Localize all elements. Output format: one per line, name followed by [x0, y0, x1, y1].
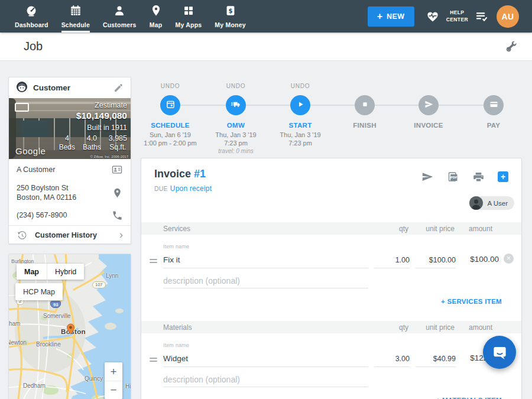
- materials-header-bar: Materials qty unit price amount: [141, 321, 521, 333]
- svg-text:$: $: [228, 8, 232, 14]
- map-zoom-control: + −: [105, 362, 122, 399]
- property-photo[interactable]: Zestimate $10,149,080 Built in 1911 4Bed…: [9, 98, 131, 159]
- due-terms-link[interactable]: Upon receipt: [170, 184, 212, 193]
- travel-time: travel: 0 mins: [197, 148, 275, 154]
- nav-label: Dashboard: [15, 21, 48, 28]
- invoice-toolbar: PDF +: [421, 170, 508, 183]
- zoom-out-button[interactable]: −: [105, 381, 122, 399]
- service-name-input[interactable]: [163, 251, 368, 268]
- app-screen: Dashboard Schedule Customers Map My Apps…: [0, 0, 532, 399]
- dashboard-icon: [25, 4, 38, 20]
- printer-icon[interactable]: [472, 171, 485, 183]
- new-button[interactable]: + NEW: [368, 7, 414, 27]
- send-icon: [424, 99, 434, 112]
- phone-icon[interactable]: [112, 210, 123, 221]
- customer-history-link[interactable]: Customer History ›: [9, 225, 131, 245]
- service-qty-input[interactable]: [374, 251, 410, 268]
- stat-sqft: 3,985Sq.ft.: [109, 134, 127, 151]
- map-button[interactable]: Map: [17, 264, 47, 280]
- heart-pulse-icon[interactable]: [426, 9, 440, 24]
- finish-step-button[interactable]: [355, 95, 375, 115]
- add-invoice-button[interactable]: +: [498, 171, 508, 182]
- omw-step-button[interactable]: [226, 95, 246, 115]
- add-materials-item-link[interactable]: + MATERIALS ITEM: [436, 397, 502, 399]
- remove-icon[interactable]: ×: [504, 254, 514, 264]
- schedule-step-button[interactable]: [160, 95, 180, 115]
- contact-card-icon[interactable]: [111, 164, 123, 176]
- invoice-step-button[interactable]: [419, 95, 439, 115]
- services-header-bar: Services qty unit price amount: [141, 222, 521, 235]
- customer-card-header: Customer: [9, 77, 131, 98]
- section-title: Services: [163, 225, 190, 233]
- property-stats: 4Beds 4.0Baths 3,985Sq.ft.: [59, 134, 127, 151]
- map-card: Burlington Lynn 107 2 93 Somerville ham …: [8, 254, 131, 399]
- hcp-map-button[interactable]: HCP Map: [15, 283, 63, 300]
- nav-label: Schedule: [61, 21, 90, 28]
- customer-name-row: A Customer: [9, 159, 131, 180]
- service-amount: $100.00: [470, 255, 499, 264]
- send-invoice-icon[interactable]: [421, 170, 434, 183]
- history-icon: [17, 230, 28, 241]
- timeline-step-pay: PAY: [455, 83, 532, 129]
- service-description-input[interactable]: [163, 272, 368, 288]
- page-title: Job: [24, 40, 43, 53]
- svg-text:PDF: PDF: [450, 176, 458, 179]
- location-pin-icon[interactable]: [112, 187, 123, 199]
- street-view-icon[interactable]: [15, 103, 29, 112]
- col-qty: qty: [399, 225, 408, 233]
- nav-item-map[interactable]: Map: [143, 0, 169, 33]
- nav-item-my-apps[interactable]: My Apps: [169, 0, 209, 33]
- help-center-link[interactable]: HELP CENTER: [446, 9, 468, 22]
- col-unit-price: unit price: [426, 225, 455, 233]
- add-services-item-link[interactable]: + SERVICES ITEM: [441, 298, 502, 305]
- zoom-in-button[interactable]: +: [105, 362, 122, 381]
- user-avatar[interactable]: AU: [497, 5, 519, 28]
- nav-label: Map: [150, 21, 163, 28]
- nav-item-my-money[interactable]: $ My Money: [208, 0, 252, 33]
- wrench-gear-icon[interactable]: [505, 40, 518, 53]
- list-check-icon[interactable]: [475, 9, 488, 23]
- nav-item-customers[interactable]: Customers: [96, 0, 143, 33]
- drag-handle-icon[interactable]: [150, 358, 157, 364]
- pencil-icon[interactable]: [113, 83, 124, 93]
- nav-item-dashboard[interactable]: Dashboard: [8, 0, 55, 33]
- nav-label: Customers: [103, 21, 137, 28]
- assignee-chip[interactable]: A User: [469, 196, 514, 210]
- truck-icon: [231, 99, 241, 112]
- assignee-avatar: [469, 196, 483, 210]
- top-nav: Dashboard Schedule Customers Map My Apps…: [0, 0, 532, 33]
- job-location-pin[interactable]: [66, 323, 75, 337]
- material-name-input[interactable]: [163, 349, 368, 367]
- zestimate-label: Zestimate: [59, 101, 127, 109]
- schedule-icon: [69, 4, 82, 20]
- material-price-input[interactable]: [416, 349, 456, 367]
- service-price-input[interactable]: [416, 251, 456, 268]
- material-description-input[interactable]: [163, 371, 368, 387]
- material-qty-input[interactable]: [374, 349, 410, 367]
- chat-fab-button[interactable]: [483, 336, 516, 369]
- col-unit-price: unit price: [426, 323, 455, 332]
- calendar-icon: [166, 99, 176, 112]
- map-pin-icon: [150, 4, 163, 20]
- assignee-name: A User: [487, 200, 508, 207]
- invoice-title: Invoice#1: [154, 168, 206, 180]
- customer-phone: (234) 567-8900: [17, 210, 67, 220]
- face-icon: [16, 81, 28, 95]
- customer-card: Customer Zestimate $10,149,080 Built in …: [8, 77, 131, 244]
- page-header: Job: [0, 33, 532, 61]
- customer-history-label: Customer History: [35, 231, 97, 241]
- chat-bubble-icon: [492, 345, 508, 361]
- route-107-badge: 107: [92, 281, 106, 288]
- start-step-button[interactable]: [290, 95, 310, 115]
- customer-phone-row: (234) 567-8900: [9, 205, 131, 225]
- drag-handle-icon[interactable]: [150, 259, 157, 265]
- hybrid-button[interactable]: Hybrid: [47, 264, 84, 280]
- built-in: Built in 1911: [59, 124, 127, 132]
- pay-step-button[interactable]: [484, 95, 504, 115]
- customer-address-row: 250 Boylston St Boston, MA 02116: [9, 180, 131, 205]
- invoice-number[interactable]: #1: [194, 168, 206, 180]
- nav-item-schedule[interactable]: Schedule: [55, 0, 96, 33]
- play-icon: [296, 99, 306, 112]
- nav-items: Dashboard Schedule Customers Map My Apps…: [0, 0, 252, 33]
- pdf-icon[interactable]: PDF: [447, 171, 459, 183]
